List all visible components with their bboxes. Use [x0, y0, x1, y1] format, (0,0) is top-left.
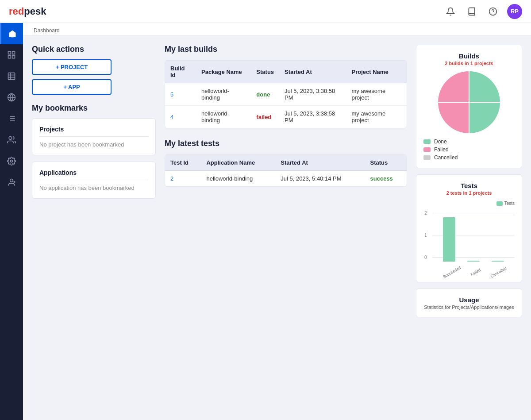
help-icon[interactable]	[486, 4, 500, 19]
status-cell: failed	[251, 106, 279, 128]
builds-chart-title: Builds	[423, 52, 515, 60]
bars-area	[432, 213, 515, 262]
x-label-cancelled: Cancelled	[489, 266, 507, 279]
build-id-link[interactable]: 5	[170, 91, 173, 98]
x-labels: Succeeded Failed Cancelled	[432, 268, 515, 275]
notification-icon[interactable]	[443, 4, 458, 19]
nav-user-settings[interactable]	[0, 172, 23, 193]
test-status-cell: success	[365, 171, 407, 187]
user-avatar[interactable]: RP	[507, 4, 522, 19]
projects-bookmark-card: Projects No project has been bookmarked	[32, 118, 156, 155]
package-name-cell: helloworld-binding	[196, 106, 251, 128]
add-project-button[interactable]: + PROJECT	[32, 59, 112, 75]
x-label-succeeded: Succeeded	[442, 266, 462, 279]
col-application-name: Application Name	[201, 155, 275, 171]
col-started-at: Started At	[279, 61, 346, 83]
left-panel: Quick actions + PROJECT + APP My bookmar…	[32, 45, 156, 411]
test-id-link[interactable]: 2	[170, 175, 173, 182]
builds-chart-card: Builds 2 builds in 1 projects	[416, 45, 522, 168]
tests-chart-card: Tests 2 tests in 1 projects Tests 2	[416, 174, 522, 282]
tests-bar-legend: Tests	[423, 201, 515, 206]
usage-title: Usage	[423, 296, 515, 304]
nav-dashboard[interactable]	[0, 44, 23, 66]
svg-point-19	[11, 160, 13, 162]
tests-chart-subtitle: 2 tests in 1 projects	[423, 190, 515, 196]
nav-users[interactable]	[0, 129, 23, 150]
col-test-id: Test Id	[165, 155, 201, 171]
y-label-1: 1	[424, 233, 427, 238]
usage-subtitle: Statistics for Projects/Applications/ima…	[423, 304, 515, 310]
table-row: 2 helloworld-binding Jul 5, 2023, 5:40:1…	[165, 171, 407, 187]
status-cell: done	[251, 83, 279, 106]
left-nav	[0, 23, 23, 420]
bar-failed-rect	[467, 261, 480, 262]
svg-rect-5	[8, 56, 11, 58]
right-panel: Builds 2 builds in 1 projects	[416, 45, 522, 411]
dashboard: Quick actions + PROJECT + APP My bookmar…	[23, 36, 531, 420]
tests-table-card: Test Id Application Name Started At Stat…	[165, 154, 407, 187]
usage-card: Usage Statistics for Projects/Applicatio…	[416, 289, 522, 317]
bookmarks-section: My bookmarks Projects No project has bee…	[32, 104, 156, 199]
topbar: redpesk RP	[0, 0, 531, 23]
legend-cancelled: Cancelled	[423, 154, 515, 161]
project-name-cell: my awesome project	[346, 106, 407, 128]
projects-card-title: Projects	[39, 126, 148, 137]
builds-table: Build Id Package Name Status Started At …	[165, 61, 407, 128]
table-row: 4 helloworld-binding failed Jul 5, 2023,…	[165, 106, 407, 128]
nav-globe[interactable]	[0, 87, 23, 108]
center-panel: My last builds Build Id Package Name Sta…	[165, 45, 407, 411]
package-name-cell: helloworld-binding	[196, 83, 251, 106]
latest-tests-title: My latest tests	[165, 139, 407, 148]
projects-empty-text: No project has been bookmarked	[39, 141, 148, 148]
y-label-0: 0	[424, 255, 427, 260]
col-build-id: Build Id	[165, 61, 196, 83]
bar-cancelled-rect	[492, 261, 504, 262]
applications-empty-text: No application has been bookmarked	[39, 185, 148, 191]
page-content: Dashboard Quick actions + PROJECT + APP …	[23, 23, 531, 420]
nav-list[interactable]	[0, 108, 23, 129]
builds-pie-chart	[423, 71, 515, 133]
legend-cancelled-dot	[423, 155, 431, 160]
tests-table-header: Test Id Application Name Started At Stat…	[165, 155, 407, 171]
nav-home[interactable]	[0, 23, 23, 44]
legend-failed: Failed	[423, 146, 515, 153]
legend-done-dot	[423, 139, 431, 144]
build-id-link[interactable]: 4	[170, 114, 173, 120]
x-label-failed: Failed	[470, 268, 481, 277]
tests-chart-title: Tests	[423, 182, 515, 189]
tests-table: Test Id Application Name Started At Stat…	[165, 155, 407, 186]
tests-bar-chart: 2 1 0	[432, 208, 515, 275]
started-at-cell: Jul 5, 2023, 3:38:58 PM	[279, 83, 346, 106]
nav-table[interactable]	[0, 66, 23, 87]
build-id-cell: 4	[165, 106, 196, 128]
add-app-button[interactable]: + APP	[32, 79, 112, 95]
svg-rect-2	[8, 52, 11, 54]
table-row: 5 helloworld-binding done Jul 5, 2023, 3…	[165, 83, 407, 106]
bar-failed	[467, 261, 480, 262]
nav-settings[interactable]	[0, 150, 23, 172]
builds-legend: Done Failed Cancelled	[423, 139, 515, 161]
svg-rect-3	[12, 52, 15, 54]
breadcrumb: Dashboard	[23, 23, 531, 36]
legend-done: Done	[423, 139, 515, 145]
project-name-cell: my awesome project	[346, 83, 407, 106]
svg-point-20	[10, 179, 13, 182]
applications-card-title: Applications	[39, 169, 148, 180]
book-icon[interactable]	[465, 4, 479, 19]
svg-rect-6	[8, 73, 15, 80]
bar-succeeded-rect	[443, 217, 455, 262]
last-builds-title: My last builds	[165, 45, 407, 54]
test-id-cell: 2	[165, 171, 201, 187]
col-test-started-at: Started At	[275, 155, 365, 171]
topbar-logo: redpesk	[9, 6, 46, 17]
bar-succeeded	[443, 217, 455, 262]
col-test-status: Status	[365, 155, 407, 171]
y-label-2: 2	[424, 211, 427, 216]
bookmarks-title: My bookmarks	[32, 104, 156, 113]
builds-table-card: Build Id Package Name Status Started At …	[165, 60, 407, 128]
svg-rect-4	[12, 56, 15, 58]
quick-actions-title: Quick actions	[32, 45, 156, 54]
col-project-name: Project Name	[346, 61, 407, 83]
bar-legend-dot	[496, 201, 503, 206]
bar-legend-label: Tests	[504, 201, 515, 206]
